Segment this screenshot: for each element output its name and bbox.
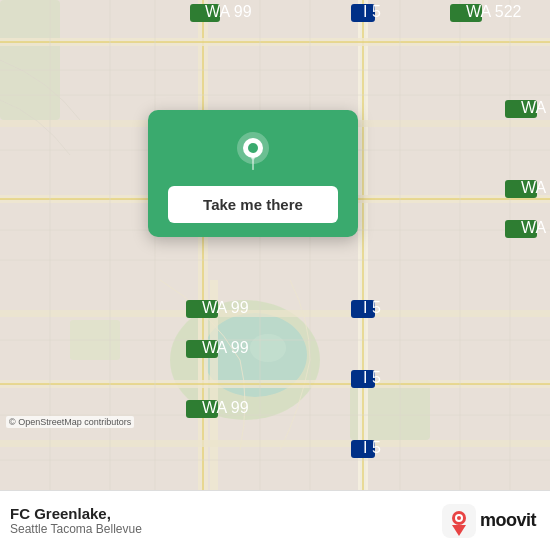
bottom-bar: FC Greenlake, Seattle Tacoma Bellevue mo… xyxy=(0,490,550,550)
svg-point-64 xyxy=(248,143,258,153)
svg-text:I 5: I 5 xyxy=(363,369,381,386)
moovit-logo: moovit xyxy=(442,504,536,538)
svg-rect-21 xyxy=(0,440,550,447)
moovit-brand-name: moovit xyxy=(480,510,536,531)
svg-text:WA 99: WA 99 xyxy=(205,3,252,20)
svg-text:WA 99: WA 99 xyxy=(202,299,249,316)
svg-text:I 5: I 5 xyxy=(363,439,381,456)
location-subtitle: Seattle Tacoma Bellevue xyxy=(10,522,142,536)
svg-text:I 5: I 5 xyxy=(363,299,381,316)
svg-point-65 xyxy=(251,157,255,160)
svg-text:WA 99: WA 99 xyxy=(202,399,249,416)
location-info: FC Greenlake, Seattle Tacoma Bellevue xyxy=(10,505,142,536)
copyright-text: © OpenStreetMap contributors xyxy=(6,416,134,428)
svg-rect-5 xyxy=(0,0,60,120)
take-me-there-button[interactable]: Take me there xyxy=(168,186,338,223)
location-name: FC Greenlake, xyxy=(10,505,142,522)
svg-rect-18 xyxy=(0,310,550,317)
svg-text:I 5: I 5 xyxy=(363,3,381,20)
svg-point-69 xyxy=(457,516,461,520)
location-card: Take me there xyxy=(148,110,358,237)
location-pin-icon xyxy=(229,128,277,176)
svg-text:WA 99: WA 99 xyxy=(202,339,249,356)
svg-text:WA 522: WA 522 xyxy=(521,179,550,196)
map-container: WA 99 WA 522 WA 522 WA 522 WA 522 I 5 I … xyxy=(0,0,550,490)
svg-text:WA 522: WA 522 xyxy=(521,99,550,116)
svg-text:WA 522: WA 522 xyxy=(521,219,550,236)
svg-text:WA 522: WA 522 xyxy=(466,3,522,20)
moovit-brand-icon xyxy=(442,504,476,538)
